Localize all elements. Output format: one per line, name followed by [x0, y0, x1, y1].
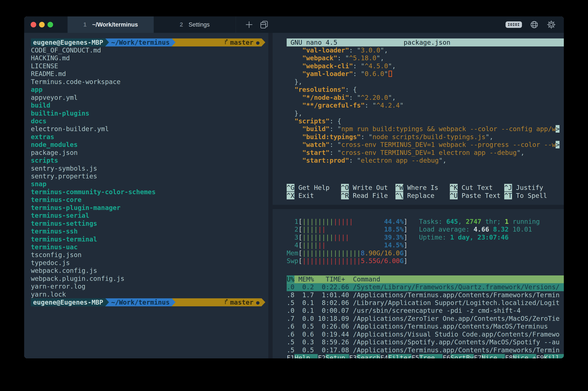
nano-editor-line: "yaml-loader": "0.6.0"	[287, 70, 564, 78]
nano-editor-line: },	[287, 109, 564, 117]
nano-shortcut: ^W Where Is	[395, 184, 450, 192]
directory-entry: extras	[31, 133, 268, 141]
terminal-pane-left[interactable]: eugene@Eugenes-MBP ~/Work/terminus maste…	[24, 33, 268, 358]
htop-meter-line: 3[|||||||||||| 39.3%]	[287, 233, 408, 241]
titlebar: 1 ~/Work/terminus 2 Settings IOIOI	[24, 16, 564, 33]
pane-divider-vertical[interactable]	[268, 33, 273, 358]
shortcut-key: ^O	[341, 184, 349, 192]
shortcut-key: ^R	[341, 192, 349, 199]
process-table-header[interactable]: U% MEM% TIME+ Command	[287, 276, 564, 283]
nano-editor-line: },	[287, 78, 564, 86]
directory-entry: terminus-ssh	[31, 227, 268, 235]
powerline-arrow-icon	[172, 298, 175, 306]
shell-prompt-top: eugene@Eugenes-MBP ~/Work/terminus maste…	[31, 38, 268, 46]
nano-editor: "val-loader": "3.0.0", "webpack": "^5.18…	[287, 46, 564, 165]
fkey-label: Kill	[544, 354, 564, 358]
titlebar-right-icons: IOIOI	[504, 16, 564, 33]
process-row: .5 0.1 8:02.06 /Library/Application Supp…	[287, 299, 564, 307]
powerline-arrow-icon	[262, 38, 265, 46]
shortcut-label: To Spell	[512, 192, 547, 199]
fkey-label: Nice +	[513, 354, 536, 358]
shortcut-label: Write Out	[349, 184, 388, 192]
directory-entry: docs	[31, 117, 268, 125]
nano-shortcut: ^U Paste Text	[450, 192, 504, 199]
terminus-window: 1 ~/Work/terminus 2 Settings IOIOI	[24, 16, 564, 358]
nano-editor-line: "build": "npm run build:typings && webpa…	[287, 125, 564, 133]
htop-meter-line: 2[|||||| 18.5%]	[287, 225, 408, 233]
htop-meter-line: Mem[|||||||||||||||8.90G/16.0G]	[287, 249, 408, 257]
serial-console-button[interactable]: IOIOI	[504, 21, 523, 28]
shortcut-key: ^\	[395, 192, 403, 199]
process-rows: .0 0.2 0:22.66 /System/Library/Framework…	[287, 283, 564, 354]
sort-column-header[interactable]: U%	[287, 276, 294, 283]
file-entry: tsconfig.json	[31, 251, 268, 259]
terminal-pane-nano[interactable]: GNU nano 4.5 package.json "val-loader": …	[273, 33, 564, 205]
shell-prompt-bottom: eugene@Eugenes-MBP ~/Work/terminus maste…	[31, 298, 268, 306]
htop-meter-line: 1[||||||||||||| 44.4%]	[287, 218, 408, 225]
directory-entry: node_modules	[31, 141, 268, 149]
fkey-number: F6	[442, 354, 450, 358]
fkey-label: Filter	[388, 354, 411, 358]
fkey-label: Search	[357, 354, 380, 358]
shortcut-key: ^K	[450, 184, 458, 192]
right-column: GNU nano 4.5 package.json "val-loader": …	[273, 33, 564, 358]
prompt-user-segment: eugene@Eugenes-MBP	[31, 298, 105, 306]
file-entry: README.md	[31, 70, 268, 78]
settings-button[interactable]	[545, 20, 557, 30]
file-entry: yarn-error.log	[31, 283, 268, 290]
powerline-arrow-icon	[105, 298, 109, 306]
nano-shortcut: ^O Write Out	[341, 184, 395, 192]
pane-divider-horizontal[interactable]	[273, 205, 564, 209]
htop-process-table: U% MEM% TIME+ Command .0 0.2 0:22.66 /Sy…	[287, 276, 564, 358]
nano-shortcut-row: ^G Get Help^O Write Out^W Where Is^K Cut…	[287, 184, 564, 192]
file-entry: CODE_OF_CONDUCT.md	[31, 46, 268, 54]
powerline-arrow-icon	[172, 38, 175, 46]
fkey-number: F2	[318, 354, 325, 358]
directory-entry: snap	[31, 180, 268, 188]
fkey-number: F5	[411, 354, 419, 358]
htop-info-line: Load average: 4.66 8.32 10.01	[419, 225, 540, 233]
nano-shortcut: ^T To Spell	[504, 192, 559, 199]
tab-work-terminus[interactable]: 1 ~/Work/terminus	[68, 16, 154, 33]
nano-editor-line: "build:typings": "node scripts/build-typ…	[287, 133, 564, 141]
fkey-label: Help	[294, 354, 318, 358]
close-button[interactable]	[31, 22, 36, 27]
new-tab-button[interactable]	[241, 16, 257, 33]
prompt-git-segment: master●	[175, 298, 262, 306]
directory-entry: build	[31, 101, 268, 109]
minimize-button[interactable]	[39, 22, 45, 27]
terminal-pane-htop[interactable]: 1[||||||||||||| 44.4%] 2[|||||| 18.5%] 3…	[273, 209, 564, 358]
tab-settings[interactable]: 2 Settings	[154, 16, 236, 33]
ls-output: CODE_OF_CONDUCT.mdHACKING.mdLICENSEREADM…	[31, 46, 268, 298]
htop-cpu-mem-meters: 1[||||||||||||| 44.4%] 2[|||||| 18.5%] 3…	[287, 218, 408, 265]
globe-button[interactable]	[528, 20, 540, 29]
directory-entry: scripts	[31, 157, 268, 164]
nano-editor-line: "**/graceful-fs": "^4.2.4"	[287, 101, 564, 109]
git-branch-icon	[178, 291, 228, 314]
nano-editor-line: "*/node-abi": "^2.20.0",	[287, 94, 564, 101]
process-row: .0 0.1 0:00.07 /usr/sbin/screencapture -…	[287, 307, 564, 314]
shortcut-key: ^U	[450, 192, 458, 199]
nano-editor-line: "val-loader": "3.0.0",	[287, 46, 564, 54]
nano-shortcut: ^J Justify	[504, 184, 559, 192]
file-entry: appveyor.yml	[31, 94, 268, 101]
process-row: .7 0.0 10:18.09 /Applications/ZeroTier O…	[287, 315, 564, 322]
nano-shortcut: ^\ Replace	[395, 192, 450, 199]
split-pane-button[interactable]	[257, 16, 272, 33]
process-row-selected: .0 0.2 0:22.66 /System/Library/Framework…	[287, 283, 564, 291]
nano-editor-line: "webpack-cli": "^4.5.0",	[287, 62, 564, 70]
nano-editor-line: "watch": "cross-env TERMINUS_DEV=1 webpa…	[287, 141, 564, 149]
maximize-button[interactable]	[48, 22, 53, 27]
tab-title: Settings	[189, 21, 210, 28]
file-entry: LICENSE	[31, 62, 268, 70]
process-row: .5 0.3 8:59.26 /Applications/Spotify.app…	[287, 338, 564, 346]
nano-shortcut: ^R Read File	[341, 192, 395, 199]
fkey-number: F9	[536, 354, 544, 358]
shortcut-key: ^W	[395, 184, 403, 192]
file-entry: electron-builder.yml	[31, 125, 268, 133]
fkey-number: F7	[474, 354, 482, 358]
table-header-rest: MEM% TIME+ Command	[294, 276, 380, 283]
shortcut-label: Cut Text	[458, 184, 493, 192]
globe-icon	[530, 20, 539, 29]
htop-meter-line: Swp[|||||||||||||||5.55G/6.00G]	[287, 257, 408, 265]
